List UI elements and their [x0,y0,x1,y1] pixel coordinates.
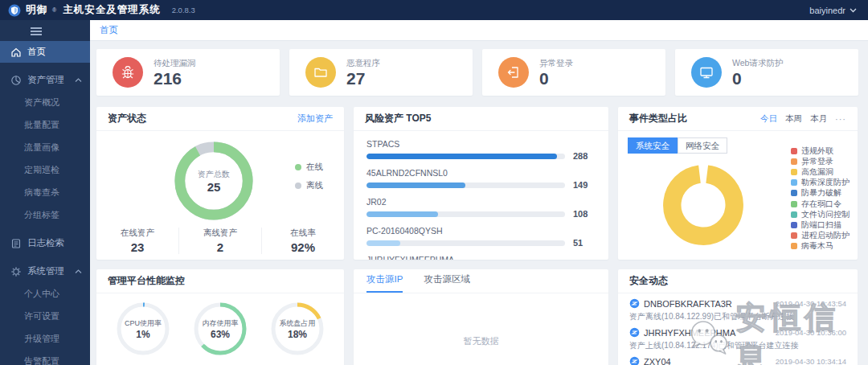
legend-swatch [791,232,797,239]
gauge-label: CPU使用率 [125,318,162,329]
legend-label: 病毒木马 [801,240,833,252]
tab-bar: 首页 [90,20,868,41]
sidebar-item-traffic-profile[interactable]: 流量画像 [0,136,90,158]
panel-risk-assets-top5: 风险资产 TOP5 STPACS 288 45ALRND2CFNNSL0 149… [354,107,608,260]
feed-description: 资产上线(10.84.122.174)已和管理平台建立连接 [629,340,846,351]
gauge-value: 1% [136,329,149,340]
stat-cards: 待处理漏洞 216 恶意程序 27 [96,49,858,96]
sidebar-item-upgrade-management[interactable]: 升级管理 [0,327,90,350]
panel-platform-performance: 管理平台性能监控 CPU使用率1% [96,269,344,365]
stat-label: 在线资产 [96,228,178,239]
card-value: 0 [732,69,783,88]
range-today[interactable]: 今日 [760,113,777,125]
asset-status-stats: 在线资产23 离线资产2 在线率92% [96,228,344,254]
asset-total-label: 资产总数 [198,169,230,180]
panel-title: 资产状态 [108,112,146,125]
sidebar-item-group-tags[interactable]: 分组标签 [0,203,90,226]
stat-value: 23 [96,240,178,254]
sidebar-item-periodic-inspection[interactable]: 定期巡检 [0,158,90,181]
card-value: 0 [539,69,573,88]
tab-network-security[interactable]: 网络安全 [678,137,727,154]
tab-attack-source-ip[interactable]: 攻击源IP [366,273,403,293]
sidebar-item-asset-overview[interactable]: 资产概况 [0,91,90,113]
gear-icon [10,266,22,277]
app-window: 明御 ® 主机安全及管理系统 2.0.8.3 baiyinedr 首页 资产管 [0,0,868,365]
sidebar-item-virus-scan[interactable]: 病毒查杀 [0,181,90,203]
legend-label: 离线 [306,180,323,191]
card-label: Web请求防护 [732,58,783,69]
panel-event-type-distribution: 事件类型占比 今日 本周 本月 ··· 系统安全 网络安全 [618,107,858,260]
sidebar-item-log-search[interactable]: 日志检索 [0,232,90,254]
feed-item[interactable]: ZXY04 2019-04-30 10:34:14 [629,356,846,365]
feed-asset-name: ZXY04 [644,357,671,365]
folder-icon [305,57,336,88]
login-icon [498,57,529,88]
legend-label: 违规外联 [801,146,833,157]
risk-bar-row: JHRHYFXHMEEPHMA 28 [366,255,596,260]
chevron-down-icon [850,8,857,13]
attack-source-tabs: 攻击源IP 攻击源区域 [354,269,608,293]
legend-label: 高危漏洞 [801,166,833,178]
card-abnormal-login[interactable]: 异常登录 0 [482,49,665,96]
online-legend-dot [295,164,301,170]
chevron-up-icon [75,78,82,83]
panel-asset-status: 资产状态 添加资产 资产总数 25 在线 [96,107,344,260]
tab-home[interactable]: 首页 [100,24,118,36]
event-scope-tabs: 系统安全 网络安全 [628,137,727,154]
sidebar-item-batch-config[interactable]: 批量配置 [0,113,90,136]
sidebar: 首页 资产管理 资产概况 批量配置 流量画像 定期巡检 病毒查杀 分组标签 日志… [0,20,90,365]
card-label: 恶意程序 [346,58,380,69]
risk-top5-bar-chart: STPACS 288 45ALRND2CFNNSL0 149 JR02 108 [354,131,608,260]
main-content: 首页 待处理漏洞 216 [90,20,868,365]
sidebar-group-system-management[interactable]: 系统管理 [0,260,90,282]
legend-swatch [791,222,797,228]
event-type-donut-chart [658,160,748,250]
stat-label: 在线率 [262,228,344,239]
home-icon [10,47,22,58]
risk-asset-name: JHRHYFXHMEEPHMA [366,255,596,260]
legend-swatch [791,148,797,154]
bug-icon [113,57,143,88]
card-web-request-protection[interactable]: Web请求防护 0 [675,49,858,96]
risk-bar-row: JR02 108 [366,197,596,219]
feed-timestamp: 2019-04-30 10:36:00 [776,328,846,337]
sidebar-item-home[interactable]: 首页 [0,41,90,63]
asset-event-icon [629,327,640,338]
feed-description: 资产离线(10.84.122.99)已和管理平台断开连接 [629,311,846,322]
tab-attack-source-region[interactable]: 攻击源区域 [424,273,470,293]
gauge-label: 内存使用率 [203,318,239,329]
risk-asset-name: 45ALRND2CFNNSL0 [366,168,596,178]
risk-value: 51 [573,238,596,248]
sidebar-group-asset-management[interactable]: 资产管理 [0,69,90,91]
feed-asset-name: DNBOFBKRAFKTA3R [644,299,732,309]
monitor-icon [691,57,722,88]
legend-swatch [791,158,797,165]
sidebar-collapse-button[interactable] [0,23,90,39]
card-malicious-programs[interactable]: 恶意程序 27 [289,49,473,96]
tab-system-security[interactable]: 系统安全 [628,137,678,154]
risk-value: 149 [573,180,596,190]
add-asset-link[interactable]: 添加资产 [297,113,333,125]
stat-value: 2 [179,240,261,254]
feed-item[interactable]: JHRHYFXHMEEPHMA 2019-04-30 10:36:00 资产上线… [629,327,846,351]
user-menu[interactable]: baiyinedr [809,6,857,15]
risk-bar-row: PC-20160408QYSH 51 [366,226,596,248]
disk-usage-gauge: 系统盘占用18% [268,300,326,358]
risk-value: 108 [573,209,596,219]
more-options-icon[interactable]: ··· [835,114,846,124]
card-pending-vulnerabilities[interactable]: 待处理漏洞 216 [96,49,280,96]
range-this-month[interactable]: 本月 [810,113,827,125]
legend-swatch [791,243,797,249]
topbar: 明御 ® 主机安全及管理系统 2.0.8.3 baiyinedr [0,0,868,20]
app-logo-icon [8,4,21,17]
sidebar-item-license-settings[interactable]: 许可设置 [0,305,90,327]
panel-attack-source: 攻击源IP 攻击源区域 暂无数据 [354,269,608,365]
sidebar-group-label: 资产管理 [27,74,64,86]
range-this-week[interactable]: 本周 [785,113,802,125]
feed-item[interactable]: DNBOFBKRAFKTA3R 2019-04-30 10:43:54 资产离线… [629,298,846,322]
sidebar-item-alert-config[interactable]: 告警配置 [0,350,90,365]
asset-management-icon [10,75,22,86]
version-label: 2.0.8.3 [172,6,195,14]
card-label: 异常登录 [539,58,573,69]
sidebar-item-personal-center[interactable]: 个人中心 [0,282,90,305]
